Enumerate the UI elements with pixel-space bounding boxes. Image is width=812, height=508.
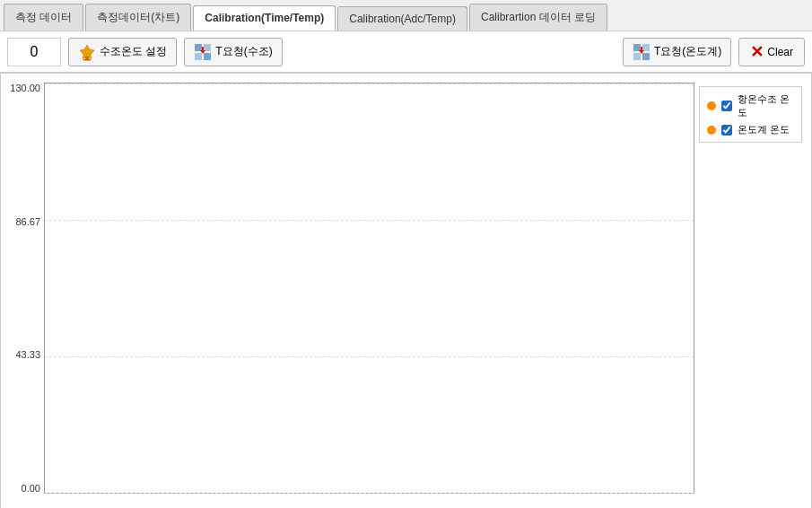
- tab-calibration-load[interactable]: Calibrartion 데이터 로딩: [469, 4, 607, 31]
- legend-label-thermo: 온도계 온도: [738, 123, 790, 136]
- chart-container: 130.00 86.67 43.33 0.00 항온수조 온도 온도계 온도: [0, 73, 812, 508]
- svg-rect-9: [633, 44, 641, 51]
- legend-item-water: 항온수조 온도: [707, 92, 794, 119]
- svg-rect-11: [633, 53, 641, 60]
- grid-line-2: [45, 356, 694, 357]
- legend-checkbox-water[interactable]: [721, 101, 732, 111]
- tab-calibration-time[interactable]: Calibration(Time/Temp): [193, 5, 336, 31]
- grid-line-bottom: [45, 493, 694, 494]
- y-axis: 130.00 86.67 43.33 0.00: [1, 83, 44, 494]
- btn-clear-label: Clear: [767, 46, 793, 58]
- btn-clear[interactable]: ✕ Clear: [738, 38, 805, 66]
- svg-rect-12: [642, 53, 650, 60]
- download-blue-icon: [194, 43, 212, 61]
- btn-t-request-thermo-label: T요청(온도계): [654, 44, 721, 59]
- tab-measure-chart[interactable]: 측정데이터(차트): [85, 4, 191, 31]
- svg-rect-4: [204, 44, 211, 51]
- svg-rect-6: [204, 53, 211, 60]
- btn-t-request-water[interactable]: T요청(수조): [184, 38, 282, 66]
- grid-line-1: [45, 220, 694, 221]
- y-label-bottom: 0.00: [22, 483, 40, 494]
- btn-t-request-water-label: T요청(수조): [215, 44, 272, 59]
- y-label-mid1: 86.67: [15, 216, 40, 227]
- svg-rect-5: [195, 53, 202, 60]
- chart-plot: [44, 83, 694, 494]
- tab-calibration-adc[interactable]: Calibration(Adc/Temp): [337, 6, 467, 31]
- svg-rect-1: [85, 57, 89, 59]
- svg-rect-10: [642, 44, 650, 51]
- x-icon: ✕: [750, 44, 764, 60]
- tab-measure[interactable]: 측정 데이터: [4, 4, 83, 31]
- btn-t-request-thermo[interactable]: T요청(온도계): [623, 38, 731, 66]
- legend-dot-water: [707, 101, 716, 110]
- legend-item-thermo: 온도계 온도: [707, 123, 794, 136]
- y-label-top: 130.00: [10, 83, 40, 93]
- svg-rect-3: [195, 44, 202, 51]
- legend-checkbox-thermo[interactable]: [721, 125, 732, 136]
- btn-water-temp[interactable]: 수조온도 설정: [68, 38, 177, 66]
- btn-water-temp-label: 수조온도 설정: [100, 44, 167, 59]
- svg-rect-8: [202, 47, 204, 50]
- y-label-mid2: 43.33: [15, 349, 40, 360]
- grid-icon: [633, 43, 650, 61]
- trophy-icon: [78, 43, 96, 61]
- legend: 항온수조 온도 온도계 온도: [699, 86, 802, 143]
- toolbar: 0 수조온도 설정 T요청(수조) T요청: [0, 31, 812, 73]
- svg-rect-14: [641, 47, 642, 50]
- legend-dot-thermo: [707, 126, 716, 135]
- tab-bar: 측정 데이터 측정데이터(차트) Calibration(Time/Temp) …: [0, 0, 812, 31]
- grid-line-top: [45, 83, 694, 84]
- svg-rect-2: [83, 59, 91, 61]
- value-display: 0: [7, 38, 61, 66]
- legend-label-water: 항온수조 온도: [738, 92, 794, 119]
